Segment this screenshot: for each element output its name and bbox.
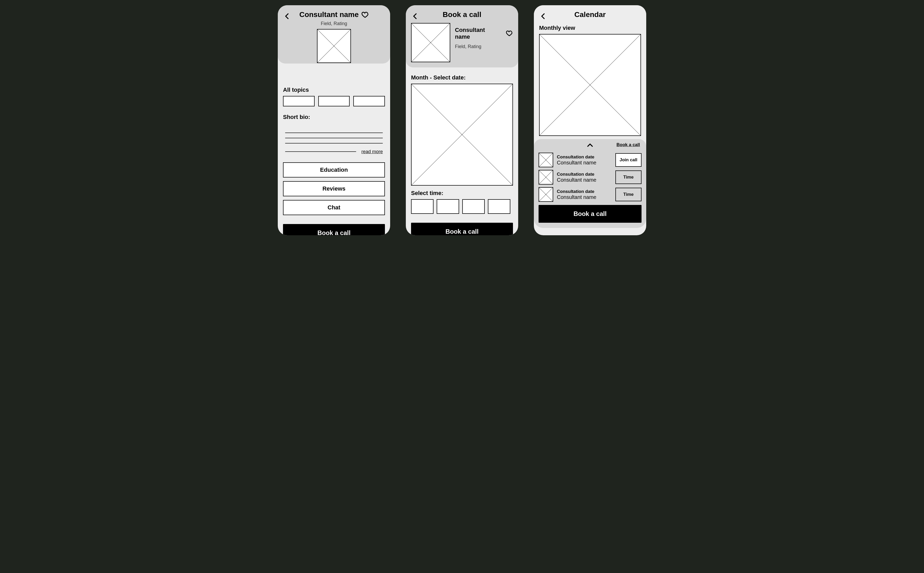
topic-chip[interactable] <box>283 96 314 106</box>
book-call-button[interactable]: Book a call <box>539 205 641 223</box>
header: Book a call Consultant name Field, Ratin… <box>406 5 518 67</box>
consultant-subtitle: Field, Rating <box>278 21 390 30</box>
topic-chip[interactable] <box>353 96 385 106</box>
page-title: Calendar <box>574 11 606 19</box>
page-title: Book a call <box>442 11 482 19</box>
consultant-thumb <box>539 153 553 167</box>
screen-consultant-profile: Consultant name Field, Rating All topics… <box>278 5 390 235</box>
short-bio-label: Short bio: <box>283 114 385 121</box>
read-more-link[interactable]: read more <box>361 149 383 155</box>
consultant-name: Consultant name <box>455 27 501 40</box>
back-button[interactable] <box>283 13 291 20</box>
time-slot[interactable] <box>437 199 459 214</box>
consultant-name: Consultant name <box>557 194 612 200</box>
time-slot[interactable] <box>462 199 485 214</box>
book-call-button[interactable]: Book a call <box>283 224 385 235</box>
consultant-avatar <box>317 29 351 63</box>
favorite-icon[interactable] <box>361 11 369 18</box>
consultant-name: Consultant name <box>557 177 612 183</box>
consultant-subtitle: Field, Rating <box>455 44 513 49</box>
book-call-button[interactable]: Book a call <box>411 223 513 235</box>
consultant-thumb <box>539 170 553 185</box>
expand-panel-icon[interactable] <box>586 141 594 149</box>
monthly-calendar[interactable] <box>539 34 641 136</box>
date-picker-calendar[interactable] <box>411 84 513 186</box>
page-title: Consultant name <box>299 11 358 19</box>
back-button[interactable] <box>539 13 547 20</box>
consultation-date: Consultation date <box>557 172 612 177</box>
time-button[interactable]: Time <box>615 188 641 201</box>
monthly-view-label: Monthly view <box>539 25 641 31</box>
education-button[interactable]: Education <box>283 162 385 177</box>
favorite-icon[interactable] <box>506 30 513 37</box>
consultation-row: Consultation date Consultant name Time <box>539 187 641 202</box>
consultation-date: Consultation date <box>557 189 612 194</box>
join-call-button[interactable]: Join call <box>615 153 641 167</box>
consultation-date: Consultation date <box>557 155 612 160</box>
bio-text: read more <box>285 128 383 155</box>
time-slot[interactable] <box>411 199 433 214</box>
consultation-row: Consultation date Consultant name Time <box>539 170 641 185</box>
consultant-thumb <box>539 187 553 202</box>
screen-book-call: Book a call Consultant name Field, Ratin… <box>406 5 518 235</box>
time-button[interactable]: Time <box>615 171 641 184</box>
select-date-label: Month - Select date: <box>411 74 513 81</box>
header: Consultant name Field, Rating <box>278 5 390 64</box>
reviews-button[interactable]: Reviews <box>283 181 385 196</box>
consultations-panel: Book a call Consultation date Consultant… <box>534 139 646 228</box>
consultant-avatar <box>411 23 450 62</box>
chat-button[interactable]: Chat <box>283 200 385 215</box>
time-slot[interactable] <box>488 199 510 214</box>
consultant-name: Consultant name <box>557 160 612 166</box>
topic-chip[interactable] <box>318 96 350 106</box>
all-topics-label: All topics <box>283 86 385 93</box>
time-slot-row <box>411 199 513 214</box>
back-button[interactable] <box>411 13 419 20</box>
consultation-row: Consultation date Consultant name Join c… <box>539 153 641 167</box>
select-time-label: Select time: <box>411 190 513 197</box>
book-call-link[interactable]: Book a call <box>616 142 640 147</box>
screen-calendar: Calendar Monthly view Book a call Consul… <box>534 5 646 235</box>
